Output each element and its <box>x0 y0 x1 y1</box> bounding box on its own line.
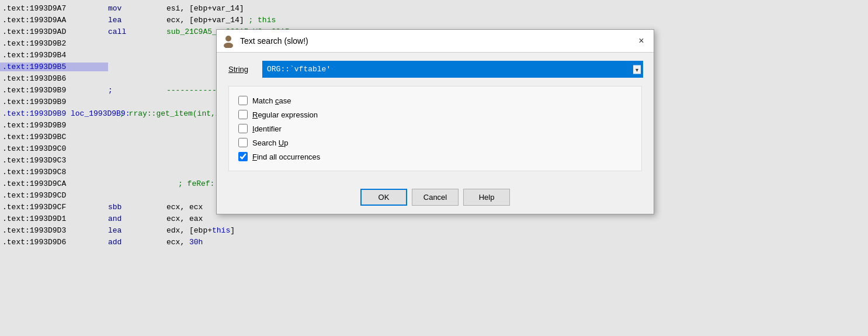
identifier-checkbox[interactable] <box>238 124 248 133</box>
string-row: String ▾ <box>228 62 642 77</box>
titlebar-left: Text search (slow!) <box>221 34 308 48</box>
dialog-app-icon <box>221 34 235 48</box>
options-panel: Match case Regular expression Identifier <box>228 86 642 171</box>
dropdown-arrow[interactable]: ▾ <box>633 65 641 74</box>
dialog-titlebar: Text search (slow!) × <box>217 30 654 53</box>
match-case-row: Match case <box>238 96 632 105</box>
regex-checkbox[interactable] <box>238 110 248 119</box>
regex-label: Regular expression <box>252 110 318 119</box>
search-up-row: Search Up <box>238 138 632 147</box>
help-button[interactable]: Help <box>463 189 510 206</box>
svg-point-0 <box>225 36 231 41</box>
search-input[interactable] <box>263 62 642 77</box>
ok-button[interactable]: OK <box>360 189 407 206</box>
find-all-label: Find all occurrences <box>252 153 320 161</box>
match-case-label: Match case <box>252 96 291 105</box>
search-up-label: Search Up <box>252 138 288 147</box>
text-search-dialog: Text search (slow!) × String ▾ Match cas… <box>216 29 654 214</box>
dialog-footer: OK Cancel Help <box>217 181 654 214</box>
match-case-checkbox[interactable] <box>238 96 248 105</box>
search-up-checkbox[interactable] <box>238 138 248 147</box>
find-all-row: Find all occurrences <box>238 152 632 161</box>
close-button[interactable]: × <box>634 33 649 49</box>
dialog-body: String ▾ Match case <box>217 53 654 181</box>
options-left: Match case Regular expression Identifier <box>228 86 642 171</box>
find-all-checkbox[interactable] <box>238 152 248 161</box>
string-input-wrapper: ▾ <box>263 62 642 77</box>
identifier-row: Identifier <box>238 124 632 133</box>
regex-row: Regular expression <box>238 110 632 119</box>
string-label: String <box>228 65 258 74</box>
svg-point-1 <box>224 43 233 48</box>
dialog-title: Text search (slow!) <box>240 36 308 46</box>
identifier-label: Identifier <box>252 124 282 133</box>
cancel-button[interactable]: Cancel <box>412 189 459 206</box>
